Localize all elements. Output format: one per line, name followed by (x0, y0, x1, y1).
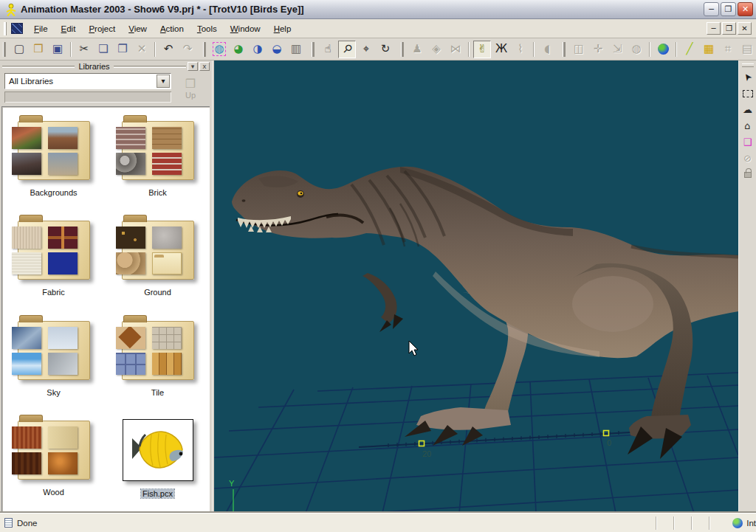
menu-tools[interactable]: Tools (190, 22, 224, 35)
open-project-button[interactable]: ❒ (30, 41, 47, 58)
key-panel-icon: ▦ (704, 44, 714, 55)
library-item-sky[interactable]: Sky (1, 312, 106, 410)
child-restore-button[interactable]: ❐ (722, 22, 736, 35)
lock-button[interactable] (740, 167, 756, 182)
menu-project[interactable]: Project (82, 22, 122, 35)
render-to-file-button[interactable]: ◕ (230, 41, 247, 58)
key-panel-button[interactable]: ▦ (700, 41, 718, 58)
sound-mode-button[interactable]: ◖ (538, 41, 556, 58)
texture-thumb (116, 227, 145, 249)
library-item-tile[interactable]: Tile (106, 312, 210, 410)
texture-thumb (12, 426, 41, 449)
world-space-button[interactable] (654, 41, 672, 58)
new-document-button[interactable]: ▢ (10, 41, 28, 58)
toolbar-grip[interactable] (563, 42, 566, 57)
wireframe-mode-button[interactable]: ◈ (427, 41, 445, 58)
select-pointer-button[interactable]: ➤ (740, 69, 756, 85)
copy-button[interactable]: ❏ (94, 41, 112, 58)
child-close-button[interactable]: ✕ (738, 22, 752, 35)
menu-edit[interactable]: Edit (55, 22, 83, 35)
bound-manipulator-icon: ◫ (574, 44, 584, 55)
scale-manipulator-icon: ⇲ (613, 44, 622, 55)
menu-view[interactable]: View (122, 22, 154, 35)
menu-file[interactable]: File (27, 22, 55, 35)
status-zone: Int (746, 519, 756, 528)
texture-thumb (152, 127, 182, 149)
undo-button[interactable]: ↶ (159, 41, 177, 58)
snap-to-grid-button[interactable]: ⌗ (719, 41, 737, 58)
render-preview-button[interactable]: ◒ (268, 41, 286, 58)
library-item-brick[interactable]: Brick (106, 112, 210, 210)
add-bone-button[interactable]: ╱ (681, 41, 698, 58)
title-bar[interactable]: Animation Master 2003 - Show6 V9.prj * -… (0, 0, 756, 19)
select-rectangle-button[interactable] (740, 86, 756, 101)
skeletal-mode-button[interactable]: Ж (492, 41, 510, 58)
up-button[interactable]: ❒ Up (175, 72, 206, 103)
delete-button[interactable]: ✕ (133, 41, 151, 58)
dinosaur-model[interactable] (232, 167, 738, 459)
status-bar: Done Int (0, 513, 756, 532)
menu-action[interactable]: Action (154, 22, 190, 35)
library-item-fabric[interactable]: Fabric (1, 212, 106, 309)
translate-manipulator-button[interactable]: ✛ (589, 41, 607, 58)
restore-button[interactable]: ❐ (721, 2, 736, 16)
toolbar-grip[interactable] (312, 42, 315, 57)
muscle-mode-button[interactable]: ✌ (473, 41, 491, 58)
redo-button[interactable]: ↷ (179, 41, 196, 58)
menu-window[interactable]: Window (224, 22, 267, 35)
library-item-wood[interactable]: Wood (1, 412, 106, 509)
model-mode-icon: ♟ (412, 44, 422, 55)
minimize-button[interactable]: ─ (704, 2, 719, 16)
rotate-manipulator-button[interactable]: ◍ (628, 41, 645, 58)
snap-ruler-button[interactable]: ▤ (738, 41, 756, 58)
zoom-bounds-button[interactable]: ⌖ (357, 41, 375, 58)
child-minimize-button[interactable]: ─ (707, 22, 721, 35)
turn-button[interactable]: ↻ (377, 41, 394, 58)
bound-manipulator-button[interactable]: ◫ (570, 41, 588, 58)
fish-image (129, 428, 187, 472)
child-window-icon[interactable] (11, 23, 23, 34)
toolbar-grip[interactable] (401, 42, 404, 57)
close-button[interactable]: ✕ (738, 2, 753, 16)
stamp-decal-icon: ❑ (743, 137, 752, 147)
chevron-down-icon[interactable]: ▾ (157, 75, 170, 88)
render-mode-button[interactable]: ◍ (210, 41, 228, 58)
zoom-button[interactable]: ⚲ (338, 41, 356, 58)
texture-thumb (48, 227, 78, 249)
toolbar-grip[interactable] (203, 42, 206, 57)
scale-manipulator-button[interactable]: ⇲ (608, 41, 626, 58)
panel-close-button[interactable]: x (199, 62, 210, 71)
y-axis-label: Y (229, 479, 235, 488)
pan-button[interactable]: ☝ (319, 41, 337, 58)
libraries-panel: Libraries ▾ x All Libraries ▾ ❒ Up Backg… (0, 61, 212, 513)
new-document-icon: ▢ (14, 44, 24, 55)
menubar-grip[interactable] (4, 22, 7, 35)
save-all-button[interactable]: ▣ (49, 41, 66, 58)
library-dropdown[interactable]: All Libraries ▾ (4, 73, 171, 89)
library-item-ground[interactable]: Ground (106, 212, 210, 309)
viewport[interactable]: 20 0 Y (214, 61, 738, 513)
select-lasso-button[interactable]: ☁ (740, 102, 756, 117)
select-pointer-icon: ➤ (741, 71, 754, 83)
cut-button[interactable]: ✂ (75, 41, 93, 58)
library-item-backgrounds[interactable]: Backgrounds (1, 112, 106, 210)
libraries-panel-header[interactable]: Libraries ▾ x (0, 61, 212, 72)
model-mode-button[interactable]: ♟ (408, 41, 426, 58)
menu-help[interactable]: Help (267, 22, 298, 35)
panel-rollup-button[interactable]: ▾ (188, 62, 198, 71)
texture-thumb (48, 327, 78, 349)
toolbar-grip[interactable] (3, 42, 6, 57)
texture-thumb (116, 127, 145, 149)
dynamics-mode-button[interactable]: ⌇ (512, 41, 529, 58)
render-mode-icon: ◍ (214, 44, 224, 55)
render-animation-button[interactable]: ◑ (249, 41, 267, 58)
side-toolbar-grip[interactable] (742, 63, 754, 67)
rotate-view-button[interactable]: ⊘ (740, 151, 756, 166)
paste-button[interactable]: ❐ (114, 41, 131, 58)
open-project-icon: ❒ (33, 44, 43, 55)
select-polygon-button[interactable]: ⌂ (740, 118, 756, 134)
film-strip-button[interactable]: ▥ (287, 41, 305, 58)
library-item-fish-pcx[interactable]: Fish.pcx (106, 412, 210, 509)
bones-mode-button[interactable]: ⋈ (447, 41, 464, 58)
stamp-decal-button[interactable]: ❑ (740, 134, 756, 150)
